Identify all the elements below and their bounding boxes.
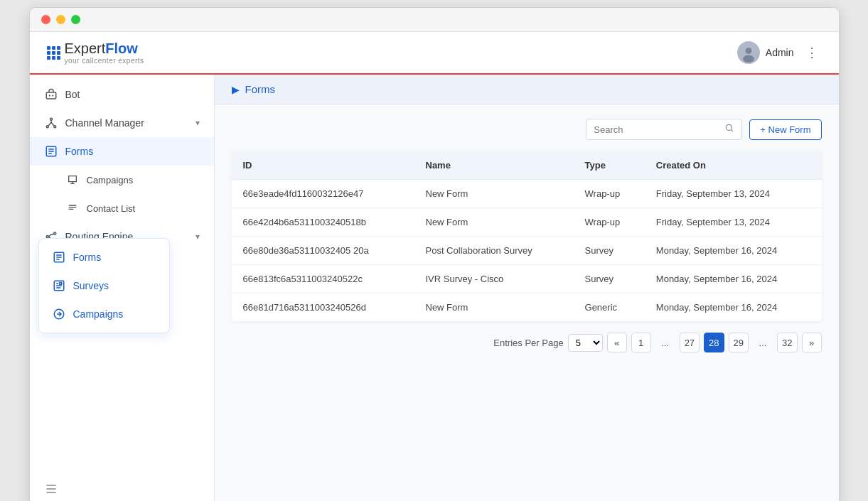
svg-point-5 [52, 95, 53, 96]
main-content: ▶ Forms + New [215, 75, 839, 501]
table-header-row: ID Name Type Created On [232, 151, 822, 180]
cell-type: Wrap-up [574, 208, 645, 237]
svg-point-7 [46, 126, 48, 128]
sidebar-bottom-icon[interactable] [44, 482, 58, 499]
browser-window: ExpertFlow your callcenter experts Admin [29, 7, 840, 501]
cell-id: 66e42d4b6a5311003240518b [232, 208, 414, 237]
floating-surveys-label: Surveys [73, 280, 109, 291]
col-header-created-on: Created On [645, 151, 822, 180]
floating-campaigns-label: Campaigns [73, 308, 124, 320]
logo-text: ExpertFlow [65, 41, 144, 57]
forms-icon [44, 144, 58, 158]
sidebar-item-channel-manager-label: Channel Manager [65, 117, 144, 129]
table-row[interactable]: 66e81d716a5311003240526d New Form Generi… [232, 293, 822, 322]
page-dots-1: ... [655, 333, 675, 352]
table-row[interactable]: 66e3eade4fd1160032126e47 New Form Wrap-u… [232, 180, 822, 208]
more-options-button[interactable]: ⋮ [803, 42, 822, 63]
per-page-select[interactable]: 5 10 25 [568, 334, 603, 352]
search-box [586, 119, 742, 140]
admin-area: Admin [737, 41, 794, 64]
floating-forms-label: Forms [73, 252, 102, 263]
svg-rect-19 [59, 283, 61, 285]
page-header: ▶ Forms [215, 75, 839, 104]
sidebar-item-bot[interactable]: Bot [30, 80, 214, 109]
sidebar-campaigns-area: Campaigns Contact List [30, 166, 214, 222]
avatar [737, 41, 760, 64]
svg-point-21 [727, 124, 732, 130]
cell-name: New Form [414, 180, 574, 208]
maximize-button[interactable] [71, 15, 80, 24]
svg-point-6 [50, 118, 52, 120]
table-row[interactable]: 66e42d4b6a5311003240518b New Form Wrap-u… [232, 208, 822, 237]
search-icon[interactable] [724, 123, 734, 136]
page-dots-2: ... [753, 333, 773, 352]
app-container: ExpertFlow your callcenter experts Admin [30, 32, 839, 501]
campaigns-sub-icon [65, 173, 80, 187]
contact-list-icon [65, 201, 80, 215]
cell-id: 66e80de36a53110032405 20a [232, 237, 414, 265]
entries-per-page-label: Entries Per Page [493, 338, 563, 348]
breadcrumb-text: Forms [245, 83, 276, 95]
page-29-button[interactable]: 29 [729, 333, 749, 352]
breadcrumb-arrow: ▶ [232, 84, 240, 95]
col-header-id: ID [232, 151, 414, 180]
new-form-button[interactable]: + New Form [749, 119, 821, 140]
sidebar-item-forms[interactable]: Forms [30, 137, 214, 166]
minimize-button[interactable] [56, 15, 65, 24]
cell-created-on: Monday, September 16, 2024 [645, 237, 822, 265]
logo-subtitle: your callcenter experts [65, 57, 144, 65]
svg-point-8 [53, 126, 55, 128]
svg-point-11 [53, 232, 55, 235]
floating-menu-item-surveys[interactable]: Surveys [39, 271, 169, 300]
cell-name: Post Collaboration Survey [414, 237, 574, 265]
svg-point-4 [48, 95, 50, 96]
svg-rect-3 [46, 92, 56, 99]
cell-created-on: Monday, September 16, 2024 [645, 265, 822, 293]
sidebar-item-bot-label: Bot [65, 89, 80, 100]
cell-id: 66e813fc6a5311003240522c [232, 265, 414, 293]
sidebar-item-channel-manager[interactable]: Channel Manager ▾ [30, 109, 214, 137]
cell-type: Generic [574, 293, 645, 322]
cell-type: Survey [574, 237, 645, 265]
floating-menu-item-campaigns[interactable]: Campaigns [39, 300, 169, 328]
cell-name: IVR Survey - Cisco [414, 265, 574, 293]
table-row[interactable]: 66e813fc6a5311003240522c IVR Survey - Ci… [232, 265, 822, 293]
page-28-button[interactable]: 28 [704, 333, 724, 352]
floating-popup-menu: Forms Surveys [38, 238, 170, 333]
floating-campaigns-icon [52, 307, 66, 321]
page-last-button[interactable]: » [802, 333, 822, 352]
logo-area: ExpertFlow your callcenter experts [47, 41, 144, 65]
page-first-button[interactable]: « [607, 333, 627, 352]
logo-grid-icon [47, 46, 60, 60]
floating-menu-item-forms[interactable]: Forms [39, 243, 169, 271]
search-input[interactable] [594, 124, 720, 135]
table-row[interactable]: 66e80de36a53110032405 20a Post Collabora… [232, 237, 822, 265]
svg-point-1 [745, 48, 751, 54]
app-header: ExpertFlow your callcenter experts Admin [30, 32, 839, 75]
floating-surveys-icon [52, 279, 66, 293]
browser-titlebar [30, 8, 839, 32]
cell-id: 66e3eade4fd1160032126e47 [232, 180, 414, 208]
page-1-button[interactable]: 1 [631, 333, 651, 352]
sidebar-item-contact-list[interactable]: Contact List [30, 194, 214, 222]
col-header-type: Type [574, 151, 645, 180]
col-header-name: Name [414, 151, 574, 180]
page-32-button[interactable]: 32 [777, 333, 797, 352]
admin-name: Admin [766, 47, 794, 58]
cell-name: New Form [414, 208, 574, 237]
cell-created-on: Friday, September 13, 2024 [645, 180, 822, 208]
cell-type: Wrap-up [574, 180, 645, 208]
chevron-down-icon: ▾ [195, 118, 200, 128]
page-27-button[interactable]: 27 [680, 333, 700, 352]
floating-forms-icon [52, 250, 66, 264]
chevron-routing-icon: ▾ [195, 232, 200, 242]
sidebar: Bot Channel Manager ▾ [30, 75, 215, 501]
bot-icon [44, 87, 58, 102]
sidebar-item-campaigns[interactable]: Campaigns [30, 166, 214, 194]
sidebar-item-forms-label: Forms [65, 146, 94, 157]
svg-point-2 [743, 55, 754, 63]
toolbar: + New Form [232, 119, 822, 140]
cell-created-on: Friday, September 13, 2024 [645, 208, 822, 237]
close-button[interactable] [41, 15, 50, 24]
logo-block: ExpertFlow your callcenter experts [65, 41, 144, 65]
